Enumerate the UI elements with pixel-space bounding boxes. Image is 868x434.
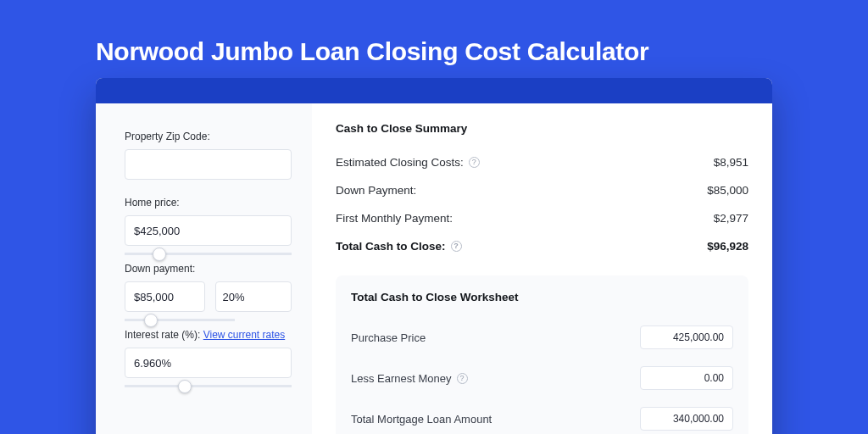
summary-row-down-payment: Down Payment: $85,000 <box>336 176 748 204</box>
interest-rate-group: Interest rate (%): View current rates <box>125 329 292 378</box>
calculator-card: Property Zip Code: Home price: Down paym… <box>96 78 772 434</box>
worksheet-label: Less Earnest Money <box>351 372 452 385</box>
summary-row-first-monthly: First Monthly Payment: $2,977 <box>336 204 748 232</box>
worksheet-row-earnest-money: Less Earnest Money ? <box>351 358 733 398</box>
interest-rate-slider[interactable] <box>125 385 292 387</box>
card-header-bar <box>96 78 772 103</box>
worksheet-title: Total Cash to Close Worksheet <box>351 291 733 303</box>
down-payment-group: Down payment: <box>125 263 292 312</box>
summary-value: $8,951 <box>714 156 748 169</box>
worksheet-row-purchase-price: Purchase Price <box>351 317 733 358</box>
home-price-group: Home price: <box>125 197 292 246</box>
worksheet-purchase-price-input[interactable] <box>640 326 733 349</box>
page-background: Norwood Jumbo Loan Closing Cost Calculat… <box>0 0 868 434</box>
interest-rate-label-text: Interest rate (%): <box>125 329 200 341</box>
down-payment-label: Down payment: <box>125 263 292 275</box>
down-payment-percent-input[interactable] <box>215 281 292 312</box>
interest-rate-input[interactable] <box>125 348 292 378</box>
worksheet-label: Purchase Price <box>351 331 426 344</box>
summary-value: $85,000 <box>707 184 748 197</box>
section-divider <box>336 260 748 275</box>
summary-value: $2,977 <box>714 212 748 225</box>
zip-label: Property Zip Code: <box>125 131 292 142</box>
summary-label: First Monthly Payment: <box>336 212 453 225</box>
worksheet-panel: Total Cash to Close Worksheet Purchase P… <box>336 275 748 434</box>
summary-total-label: Total Cash to Close: <box>336 240 446 253</box>
help-icon[interactable]: ? <box>451 241 462 252</box>
page-title: Norwood Jumbo Loan Closing Cost Calculat… <box>96 37 648 66</box>
down-payment-slider[interactable] <box>125 319 235 321</box>
home-price-input[interactable] <box>125 215 292 246</box>
zip-group: Property Zip Code: <box>125 131 292 180</box>
summary-row-total: Total Cash to Close: ? $96,928 <box>336 232 748 260</box>
summary-row-closing-costs: Estimated Closing Costs: ? $8,951 <box>336 148 748 176</box>
interest-rate-label: Interest rate (%): View current rates <box>125 329 292 341</box>
view-rates-link[interactable]: View current rates <box>203 329 286 341</box>
home-price-slider[interactable] <box>125 253 292 255</box>
card-body: Property Zip Code: Home price: Down paym… <box>96 103 772 434</box>
worksheet-label: Total Mortgage Loan Amount <box>351 413 492 426</box>
zip-input[interactable] <box>125 149 292 180</box>
summary-label: Down Payment: <box>336 184 416 197</box>
worksheet-row-loan-amount: Total Mortgage Loan Amount <box>351 398 733 434</box>
summary-total-value: $96,928 <box>707 240 748 253</box>
results-panel: Cash to Close Summary Estimated Closing … <box>312 103 772 434</box>
summary-label: Estimated Closing Costs: <box>336 156 464 169</box>
summary-title: Cash to Close Summary <box>336 122 748 135</box>
home-price-label: Home price: <box>125 197 292 209</box>
help-icon[interactable]: ? <box>457 373 468 384</box>
worksheet-loan-amount-input[interactable] <box>640 407 733 431</box>
down-payment-amount-input[interactable] <box>125 281 205 312</box>
help-icon[interactable]: ? <box>469 157 480 168</box>
worksheet-earnest-money-input[interactable] <box>640 366 733 390</box>
input-panel: Property Zip Code: Home price: Down paym… <box>96 103 312 434</box>
